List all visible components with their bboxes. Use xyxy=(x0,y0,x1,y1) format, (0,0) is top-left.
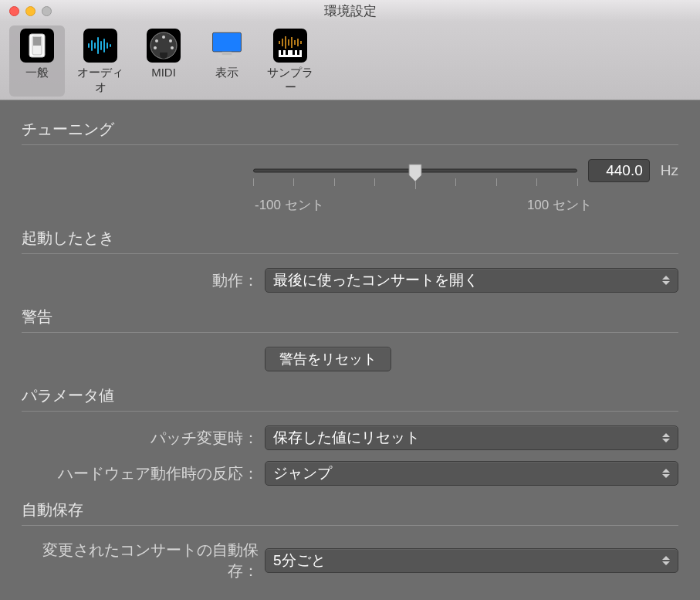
svg-rect-31 xyxy=(293,50,295,55)
switch-icon xyxy=(20,29,54,63)
zoom-window-icon[interactable] xyxy=(42,6,52,16)
patch-change-label: パッチ変更時： xyxy=(22,428,265,449)
svg-rect-19 xyxy=(218,55,236,58)
svg-point-13 xyxy=(155,39,158,42)
tab-general-label: 一般 xyxy=(9,66,65,80)
tuning-slider[interactable] xyxy=(253,161,577,180)
hardware-response-label: ハードウェア動作時の反応： xyxy=(22,463,265,484)
tuning-min-label: -100 セント xyxy=(255,196,324,214)
tab-sampler-label: サンプラー xyxy=(262,66,318,95)
hardware-response-select[interactable]: ジャンプ xyxy=(265,461,678,486)
chevron-updown-icon xyxy=(662,556,670,565)
close-window-icon[interactable] xyxy=(9,6,19,16)
titlebar: 環境設定 xyxy=(0,0,700,22)
tuning-row: Hz -100 セント 100 セント xyxy=(22,159,678,214)
svg-rect-32 xyxy=(297,50,299,55)
tab-display-label: 表示 xyxy=(199,66,255,80)
svg-rect-30 xyxy=(286,50,288,55)
preferences-toolbar: 一般 オーディオ MIDI xyxy=(0,22,700,100)
section-autosave-title: 自動保存 xyxy=(22,500,678,526)
hardware-response-value: ジャンプ xyxy=(273,463,332,483)
autosave-label: 変更されたコンサートの自動保存： xyxy=(22,540,265,581)
slider-thumb-icon[interactable] xyxy=(407,163,423,181)
tuning-unit-label: Hz xyxy=(661,162,678,179)
preferences-content: チューニング Hz xyxy=(0,100,700,600)
sampler-icon xyxy=(273,29,307,63)
startup-action-select[interactable]: 最後に使ったコンサートを開く xyxy=(265,268,678,293)
section-params-title: パラメータ値 xyxy=(22,385,678,412)
tab-sampler[interactable]: サンプラー xyxy=(262,25,318,97)
midi-icon xyxy=(147,29,181,63)
tab-audio-label: オーディオ xyxy=(73,66,128,95)
svg-rect-18 xyxy=(222,52,232,55)
svg-rect-2 xyxy=(33,37,41,46)
svg-rect-17 xyxy=(213,32,242,52)
window-controls xyxy=(9,6,52,16)
svg-rect-29 xyxy=(281,50,283,55)
window-title: 環境設定 xyxy=(0,2,700,20)
chevron-updown-icon xyxy=(662,276,670,285)
patch-change-select[interactable]: 保存した値にリセット xyxy=(265,425,678,450)
reset-alerts-button[interactable]: 警告をリセット xyxy=(265,347,391,371)
tab-midi[interactable]: MIDI xyxy=(136,25,191,97)
section-alerts-title: 警告 xyxy=(22,307,678,333)
section-startup-title: 起動したとき xyxy=(22,228,678,254)
patch-change-value: 保存した値にリセット xyxy=(273,428,420,448)
svg-point-16 xyxy=(171,46,174,49)
tuning-max-label: 100 セント xyxy=(527,196,592,214)
tab-midi-label: MIDI xyxy=(136,66,191,79)
tuning-value-field[interactable] xyxy=(588,159,650,182)
svg-point-14 xyxy=(169,39,172,42)
svg-point-12 xyxy=(162,36,165,39)
startup-action-label: 動作： xyxy=(22,270,265,291)
autosave-select[interactable]: 5分ごと xyxy=(265,548,678,573)
svg-point-15 xyxy=(154,46,157,49)
tab-audio[interactable]: オーディオ xyxy=(73,25,128,97)
tab-general[interactable]: 一般 xyxy=(9,25,65,97)
chevron-updown-icon xyxy=(662,469,670,478)
tab-display[interactable]: 表示 xyxy=(199,25,255,97)
waveform-icon xyxy=(83,29,117,63)
startup-action-value: 最後に使ったコンサートを開く xyxy=(273,270,479,290)
autosave-value: 5分ごと xyxy=(273,551,326,571)
section-tuning-title: チューニング xyxy=(22,119,678,145)
monitor-icon xyxy=(210,29,244,63)
minimize-window-icon[interactable] xyxy=(25,6,36,16)
chevron-updown-icon xyxy=(662,433,670,442)
